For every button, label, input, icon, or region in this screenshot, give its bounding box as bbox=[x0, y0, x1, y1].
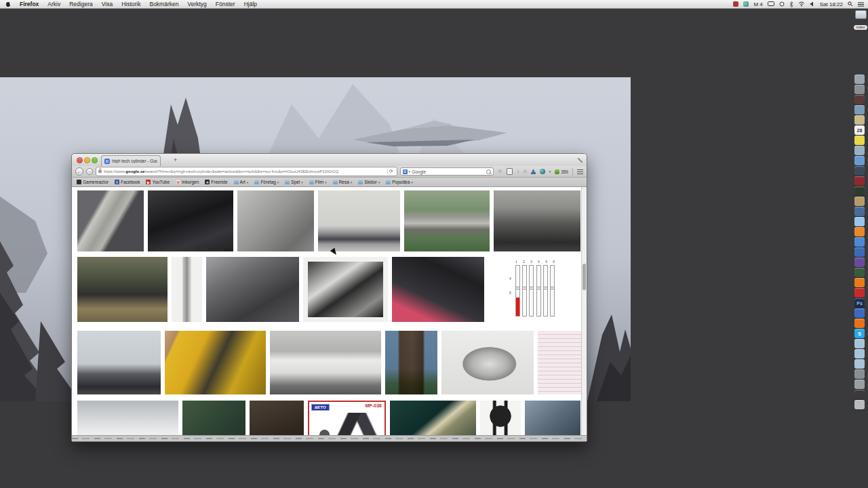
bookmark-folder-resa[interactable]: Resa ▾ bbox=[333, 180, 353, 184]
image-result[interactable] bbox=[77, 257, 167, 322]
camera-app-dock-icon[interactable] bbox=[854, 85, 865, 94]
account-icon[interactable] bbox=[531, 169, 536, 174]
search-engine-dropdown-icon[interactable]: ▾ bbox=[409, 169, 411, 174]
search-engine-icon[interactable]: G bbox=[403, 169, 408, 174]
bookmark-inkorgen[interactable]: MInkorgen bbox=[176, 180, 199, 184]
apple-menu-icon[interactable] bbox=[5, 1, 11, 7]
stickies-dock-icon[interactable] bbox=[854, 136, 865, 145]
dark-red-app-dock-icon[interactable] bbox=[854, 95, 865, 104]
image-result[interactable] bbox=[237, 190, 314, 251]
calendar-dock-icon[interactable]: 28 bbox=[854, 125, 865, 135]
image-result[interactable] bbox=[404, 190, 490, 251]
orange-app-dock-icon[interactable] bbox=[854, 227, 865, 237]
menu-clock[interactable]: Sat 18:22 bbox=[820, 1, 843, 7]
bookmark-folder-populara[interactable]: Populära ▾ bbox=[386, 180, 413, 184]
weather-dock-icon[interactable] bbox=[854, 156, 865, 165]
bookmark-folder-spel[interactable]: Spel ▾ bbox=[285, 180, 303, 184]
image-result[interactable] bbox=[77, 331, 161, 394]
minimize-window-button[interactable] bbox=[84, 157, 90, 163]
google-earth-dock-icon[interactable] bbox=[854, 247, 865, 257]
safari-dock-icon[interactable] bbox=[854, 237, 865, 247]
globe-extension-icon[interactable] bbox=[540, 169, 545, 174]
url-bar[interactable]: https://www.google.se/search?hl=en&q=hig… bbox=[96, 167, 397, 176]
image-result[interactable] bbox=[206, 257, 299, 322]
red-app-dock-icon[interactable] bbox=[854, 176, 865, 186]
back-button[interactable]: ← bbox=[75, 167, 83, 176]
blue-app-dock-icon[interactable] bbox=[854, 308, 865, 318]
search-input[interactable]: Google bbox=[412, 169, 484, 174]
finder-dock-icon[interactable] bbox=[854, 75, 865, 84]
dark-globe-app-dock-icon[interactable] bbox=[854, 166, 865, 176]
photoshop-dock-icon[interactable]: Ps bbox=[854, 298, 865, 308]
bookmark-folder-skidor[interactable]: Skidor ▾ bbox=[358, 180, 380, 184]
time-machine-icon[interactable] bbox=[779, 1, 785, 7]
menu-arkiv[interactable]: Arkiv bbox=[47, 1, 60, 7]
charts-app-dock-icon[interactable] bbox=[854, 207, 865, 216]
url-text[interactable]: https://www.google.se/search?hl=en&q=hig… bbox=[104, 169, 385, 174]
placeholder-app-2-dock-icon[interactable] bbox=[854, 349, 865, 359]
content-scrollbar[interactable] bbox=[581, 187, 587, 441]
image-result[interactable] bbox=[494, 190, 580, 251]
army-game-dock-icon[interactable] bbox=[854, 186, 865, 196]
home-button[interactable]: ⌂ bbox=[524, 168, 527, 175]
desktop-file-index[interactable]: index bbox=[852, 10, 868, 31]
search-bar[interactable]: G ▾ Google bbox=[400, 167, 494, 176]
reload-button[interactable]: ⟳ bbox=[387, 169, 395, 174]
search-icon[interactable] bbox=[486, 169, 491, 174]
messages-dock-icon[interactable] bbox=[854, 217, 865, 226]
downloads-button[interactable]: ↓ bbox=[517, 168, 519, 175]
keyboard-indicator[interactable]: M 4 bbox=[753, 1, 762, 7]
toolbar-dropdown-icon[interactable]: ▾ bbox=[549, 169, 551, 174]
menu-hamburger-button[interactable] bbox=[577, 169, 583, 174]
placeholder-app-3-dock-icon[interactable] bbox=[854, 359, 865, 369]
notification-center-icon[interactable] bbox=[858, 2, 864, 7]
bookmark-gamereactor[interactable]: Gamereactor bbox=[77, 180, 108, 184]
placeholder-app-1-dock-icon[interactable] bbox=[854, 339, 865, 348]
dark-stack-dock-icon[interactable] bbox=[854, 390, 865, 399]
vlc-dock-icon[interactable] bbox=[854, 278, 865, 287]
new-tab-button[interactable]: + bbox=[174, 157, 177, 163]
bluetooth-icon[interactable] bbox=[789, 1, 793, 7]
menu-verktyg[interactable]: Verktyg bbox=[187, 1, 206, 7]
wifi-icon[interactable] bbox=[798, 1, 805, 7]
bookmark-folder-foretag[interactable]: Företag ▾ bbox=[254, 180, 279, 184]
bookmark-star-button[interactable]: ☆ bbox=[498, 168, 502, 175]
image-result[interactable] bbox=[441, 331, 534, 394]
volume-icon[interactable] bbox=[810, 1, 815, 7]
forward-button[interactable]: → bbox=[86, 168, 93, 175]
close-window-button[interactable] bbox=[77, 157, 83, 163]
globe-status-icon[interactable] bbox=[743, 1, 749, 7]
spotlight-icon[interactable] bbox=[848, 1, 853, 7]
display-icon[interactable] bbox=[768, 1, 774, 7]
fullscreen-icon[interactable] bbox=[578, 158, 583, 163]
preview-dock-icon[interactable] bbox=[854, 146, 865, 155]
documents-folder-dock-icon[interactable] bbox=[854, 369, 865, 379]
clipboard-button[interactable] bbox=[507, 168, 513, 175]
menu-hjalp[interactable]: Hjälp bbox=[244, 1, 257, 7]
zoom-window-button[interactable] bbox=[92, 157, 98, 163]
image-result[interactable] bbox=[172, 257, 202, 322]
lego-app-dock-icon[interactable] bbox=[854, 288, 865, 298]
bookmark-folder-art[interactable]: Art ▾ bbox=[234, 180, 249, 184]
trash-dock-icon[interactable] bbox=[854, 400, 865, 409]
menu-bokmarken[interactable]: Bokmärken bbox=[149, 1, 178, 7]
menu-redigera[interactable]: Redigera bbox=[69, 1, 93, 7]
downloads-folder-dock-icon[interactable] bbox=[854, 380, 865, 389]
photos-dock-icon[interactable] bbox=[854, 105, 865, 115]
extension-badge[interactable]: 359 bbox=[555, 169, 568, 174]
skype-dock-icon[interactable]: S bbox=[854, 329, 865, 338]
green-game-dock-icon[interactable] bbox=[854, 268, 865, 277]
maps-dock-icon[interactable] bbox=[854, 197, 865, 206]
bookmark-facebook[interactable]: fFacebook bbox=[115, 180, 140, 184]
image-result[interactable] bbox=[538, 331, 581, 394]
image-result-cylinder-diagram[interactable]: 123456 45 bbox=[507, 257, 557, 322]
image-result[interactable] bbox=[165, 331, 266, 394]
image-result[interactable] bbox=[385, 331, 437, 394]
bookmark-freeride[interactable]: ✳Freeride bbox=[205, 180, 227, 184]
purple-game-dock-icon[interactable] bbox=[854, 258, 865, 267]
image-result[interactable] bbox=[303, 257, 388, 322]
image-result[interactable] bbox=[77, 190, 144, 251]
notes-dock-icon[interactable] bbox=[854, 115, 865, 125]
red-status-icon[interactable] bbox=[733, 1, 738, 7]
image-result[interactable] bbox=[270, 331, 381, 394]
